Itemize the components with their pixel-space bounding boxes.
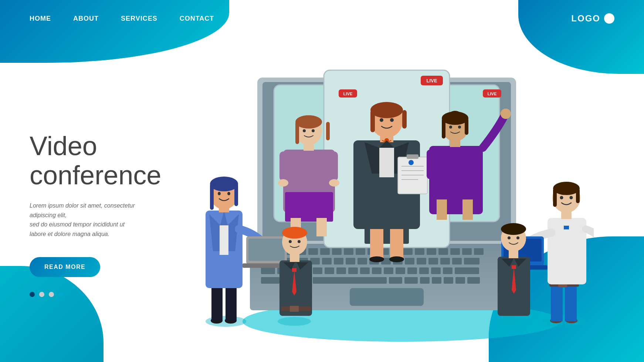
dot-4[interactable]: [58, 292, 64, 297]
svg-point-83: [370, 102, 403, 118]
svg-rect-9: [332, 248, 342, 255]
read-more-button[interactable]: READ MORE: [30, 257, 100, 277]
svg-rect-67: [467, 277, 480, 284]
svg-rect-141: [234, 184, 238, 206]
left-section: Video conference Lorem ipsum dolor sit a…: [30, 109, 185, 297]
svg-point-157: [542, 315, 586, 327]
svg-rect-133: [211, 284, 223, 321]
svg-rect-61: [389, 277, 402, 284]
nav-link-services[interactable]: SERVICES: [121, 15, 157, 22]
svg-point-147: [278, 317, 311, 326]
svg-rect-129: [462, 199, 473, 220]
svg-rect-53: [419, 267, 429, 274]
svg-rect-51: [396, 267, 405, 274]
svg-point-172: [570, 196, 573, 199]
svg-rect-89: [379, 148, 394, 177]
hero-title-line2: conference: [30, 160, 161, 190]
svg-point-109: [312, 129, 315, 132]
dot-2[interactable]: [39, 292, 44, 297]
right-section: LIVE LIVE LIVE: [185, 55, 614, 351]
svg-rect-178: [512, 265, 516, 269]
svg-rect-27: [322, 258, 332, 264]
hero-title-line1: Video: [30, 131, 97, 161]
svg-rect-91: [407, 154, 418, 159]
hero-description: Lorem ipsum dolor sit amet, consectetur …: [30, 201, 155, 239]
nav-link-home[interactable]: HOME: [30, 15, 51, 22]
svg-point-114: [329, 179, 339, 187]
svg-rect-136: [220, 225, 228, 255]
nav-item-services[interactable]: SERVICES: [121, 15, 157, 23]
nav-link-about[interactable]: ABOUT: [73, 15, 99, 22]
svg-rect-19: [450, 248, 460, 255]
svg-rect-160: [551, 284, 563, 321]
svg-point-125: [458, 126, 461, 129]
svg-rect-99: [390, 229, 403, 259]
hero-title: Video conference: [30, 132, 185, 190]
svg-rect-112: [331, 151, 338, 181]
svg-point-105: [295, 115, 322, 129]
svg-rect-16: [415, 248, 424, 255]
svg-text:LIVE: LIVE: [488, 92, 496, 96]
svg-point-152: [282, 227, 307, 239]
svg-rect-52: [407, 267, 417, 274]
svg-point-123: [448, 111, 462, 121]
svg-rect-140: [210, 184, 214, 210]
svg-rect-145: [248, 239, 285, 261]
svg-rect-44: [313, 267, 322, 274]
svg-rect-28: [334, 258, 343, 264]
illustration-svg: LIVE LIVE LIVE: [206, 55, 594, 351]
svg-rect-36: [428, 258, 438, 264]
svg-rect-20: [462, 248, 472, 255]
svg-rect-18: [438, 248, 448, 255]
svg-rect-110: [285, 192, 333, 222]
nav-link-contact[interactable]: CONTACT: [180, 15, 214, 22]
logo-dot: [604, 13, 614, 24]
navigation: HOME ABOUT SERVICES CONTACT LOGO: [0, 0, 644, 37]
svg-point-100: [369, 256, 384, 262]
svg-rect-46: [336, 267, 346, 274]
svg-rect-128: [437, 199, 447, 220]
dot-3[interactable]: [49, 292, 54, 297]
svg-rect-8: [320, 248, 330, 255]
svg-rect-29: [346, 258, 355, 264]
dot-1[interactable]: [30, 292, 35, 297]
svg-point-113: [278, 179, 288, 187]
svg-rect-134: [226, 284, 237, 321]
svg-rect-15: [403, 248, 413, 255]
svg-point-96: [409, 160, 414, 165]
svg-rect-98: [370, 229, 383, 259]
svg-rect-38: [452, 258, 462, 264]
svg-rect-149: [292, 268, 296, 272]
svg-point-126: [501, 109, 511, 119]
svg-rect-68: [350, 288, 424, 306]
svg-point-87: [390, 118, 394, 122]
svg-point-86: [380, 118, 383, 122]
svg-rect-64: [432, 277, 441, 284]
svg-rect-170: [576, 188, 580, 203]
svg-rect-11: [356, 248, 365, 255]
svg-rect-37: [440, 258, 450, 264]
svg-point-142: [218, 192, 221, 195]
svg-rect-121: [442, 118, 445, 139]
nav-links: HOME ABOUT SERVICES CONTACT: [30, 15, 214, 23]
svg-rect-55: [443, 267, 453, 274]
svg-rect-39: [464, 258, 479, 264]
svg-rect-10: [344, 248, 353, 255]
svg-rect-107: [326, 122, 330, 140]
svg-rect-56: [455, 267, 479, 274]
svg-rect-40: [261, 267, 275, 274]
svg-point-181: [501, 223, 526, 235]
svg-text:LIVE: LIVE: [343, 92, 352, 96]
svg-rect-165: [564, 226, 569, 229]
nav-item-about[interactable]: ABOUT: [73, 15, 99, 23]
svg-rect-45: [325, 267, 334, 274]
nav-item-home[interactable]: HOME: [30, 15, 51, 23]
svg-point-124: [449, 126, 452, 129]
svg-rect-85: [402, 110, 407, 129]
nav-item-contact[interactable]: CONTACT: [180, 15, 214, 23]
svg-rect-30: [357, 258, 367, 264]
pagination-dots: [30, 292, 185, 297]
svg-point-171: [560, 196, 563, 199]
svg-rect-35: [417, 258, 426, 264]
svg-rect-50: [384, 267, 393, 274]
